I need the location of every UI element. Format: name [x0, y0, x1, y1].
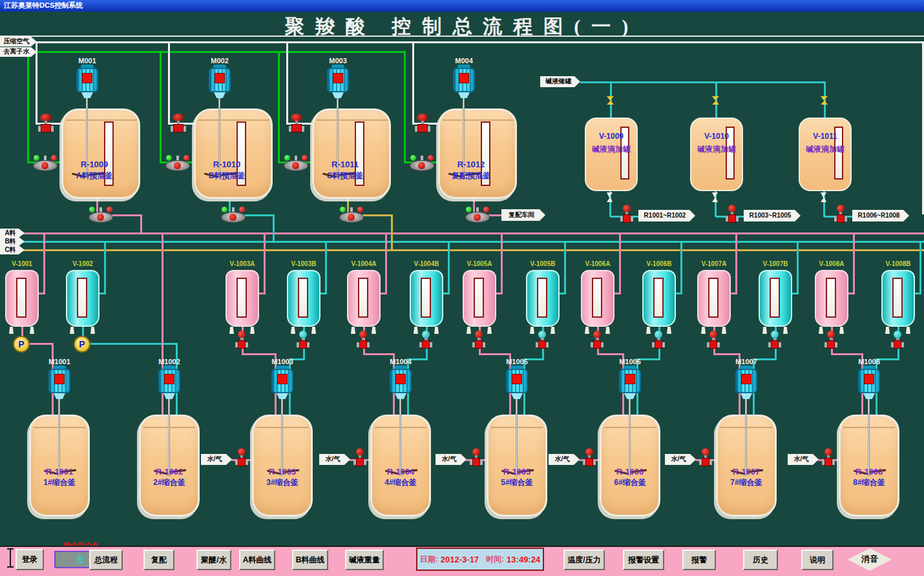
alkali-tank-vessel[interactable] — [799, 118, 852, 191]
premix-reactor-vessel[interactable] — [438, 108, 517, 199]
control-valve-icon[interactable] — [470, 448, 483, 466]
control-valve-icon[interactable] — [583, 448, 596, 466]
temp-pressure-button[interactable]: 温度/压力 — [563, 550, 605, 570]
premix-reactor-vessel[interactable] — [61, 108, 140, 199]
tank-id-label: V-1003A — [220, 260, 264, 268]
control-valve-icon[interactable] — [824, 331, 837, 349]
agitator-motor-icon[interactable] — [271, 365, 293, 399]
reactor-name-label: B料预混釜 — [198, 172, 256, 181]
alarm-button[interactable]: 报警 — [682, 550, 716, 570]
alkali-tank-vessel[interactable] — [690, 118, 743, 191]
control-valve-icon[interactable] — [357, 331, 370, 349]
valve-body — [538, 340, 546, 349]
control-valve-icon[interactable] — [297, 331, 310, 349]
reactor-id-label: R-1007 — [720, 468, 773, 477]
isolation-valve-icon[interactable] — [821, 96, 828, 105]
agitator-motor-icon[interactable] — [209, 65, 231, 98]
login-button[interactable]: 登录 — [16, 549, 44, 570]
control-valve-icon[interactable] — [834, 205, 847, 223]
agitator-motor-icon[interactable] — [390, 365, 412, 399]
agitator-motor-icon[interactable] — [76, 65, 98, 98]
ball-valve-icon[interactable] — [220, 207, 247, 223]
alkali-weight-button[interactable]: 碱液重量 — [345, 550, 384, 570]
agitator-motor-icon[interactable] — [158, 365, 180, 399]
valve-body — [356, 458, 364, 466]
pipe — [259, 293, 266, 294]
vessel-leg — [783, 327, 788, 334]
control-valve-icon[interactable] — [726, 205, 739, 223]
control-valve-icon[interactable] — [536, 331, 549, 349]
valve-close-lamp — [302, 155, 308, 161]
valve-flange — [631, 216, 633, 221]
valve-body — [238, 340, 246, 349]
premix-reactor-vessel[interactable] — [312, 108, 391, 199]
valve-flange — [901, 342, 904, 347]
pump-icon[interactable]: P — [13, 336, 30, 353]
valve-core — [418, 162, 425, 169]
agitator-motor-icon[interactable] — [327, 65, 349, 98]
pump-icon[interactable]: P — [74, 336, 90, 353]
overview-button[interactable]: 总流程 — [89, 550, 123, 570]
b-curve-button[interactable]: B料曲线 — [292, 550, 328, 570]
level-gauge — [358, 278, 368, 318]
premix-reactor-vessel[interactable] — [194, 108, 273, 199]
agitator-motor-icon[interactable] — [453, 65, 475, 98]
control-valve-icon[interactable] — [891, 331, 904, 349]
globe-valve-icon[interactable] — [171, 114, 186, 133]
valve-flange — [709, 460, 712, 465]
vessel-leg — [372, 327, 376, 334]
agitator-motor-icon[interactable] — [858, 365, 880, 399]
control-valve-icon[interactable] — [235, 331, 248, 349]
ball-valve-icon[interactable] — [164, 155, 191, 172]
globe-valve-icon[interactable] — [415, 114, 430, 133]
motor-neck — [863, 393, 875, 399]
control-valve-icon[interactable] — [822, 448, 835, 466]
ball-valve-icon[interactable] — [87, 207, 114, 223]
motor-core — [164, 374, 174, 384]
vessel-leg — [646, 327, 651, 334]
vessel-leg — [90, 327, 95, 334]
control-valve-icon[interactable] — [620, 205, 633, 223]
alkali-tank-vessel[interactable] — [585, 118, 638, 191]
valve-flange — [593, 460, 596, 465]
help-button[interactable]: 说明 — [801, 550, 834, 570]
alarm-settings-button[interactable]: 报警设置 — [623, 550, 664, 570]
agitator-motor-icon[interactable] — [48, 365, 70, 399]
ball-valve-icon[interactable] — [32, 155, 59, 172]
control-valve-icon[interactable] — [472, 331, 485, 349]
history-button[interactable]: 历史 — [743, 550, 778, 570]
control-valve-icon[interactable] — [707, 331, 720, 349]
polyether-water-button[interactable]: 聚醚/水 — [196, 550, 231, 570]
ball-valve-icon[interactable] — [408, 155, 436, 172]
control-valve-icon[interactable] — [652, 331, 665, 349]
vessel-leg — [885, 327, 890, 334]
control-valve-icon[interactable] — [768, 331, 781, 349]
ball-valve-icon[interactable] — [464, 207, 491, 223]
valve-flange — [835, 342, 837, 347]
agitator-motor-icon[interactable] — [619, 365, 641, 399]
a-curve-button[interactable]: A料曲线 — [239, 550, 275, 570]
valve-open-lamp — [340, 207, 346, 212]
compound-button[interactable]: 复配 — [143, 550, 174, 570]
motor-neck — [214, 92, 226, 98]
control-valve-icon[interactable] — [591, 331, 604, 349]
valve-core — [348, 214, 355, 221]
pipe — [922, 41, 924, 214]
control-valve-icon[interactable] — [419, 331, 432, 349]
globe-valve-icon[interactable] — [38, 114, 54, 133]
ball-valve-icon[interactable] — [338, 207, 365, 223]
control-valve-icon[interactable] — [235, 448, 248, 466]
flow-flag-water-gas: 水/气 — [549, 454, 580, 465]
mute-button[interactable]: 消音 — [848, 548, 892, 571]
vessel-seam — [198, 119, 269, 121]
ball-valve-icon[interactable] — [282, 155, 310, 172]
agitator-motor-icon[interactable] — [506, 365, 528, 399]
isolation-valve-icon[interactable] — [607, 96, 614, 105]
control-valve-icon[interactable] — [699, 448, 712, 466]
valve-close-lamp — [428, 155, 434, 161]
agitator-motor-icon[interactable] — [735, 365, 757, 399]
globe-valve-icon[interactable] — [289, 114, 304, 133]
motor-label: M1003 — [268, 358, 297, 366]
isolation-valve-icon[interactable] — [712, 96, 719, 105]
control-valve-icon[interactable] — [353, 448, 366, 466]
